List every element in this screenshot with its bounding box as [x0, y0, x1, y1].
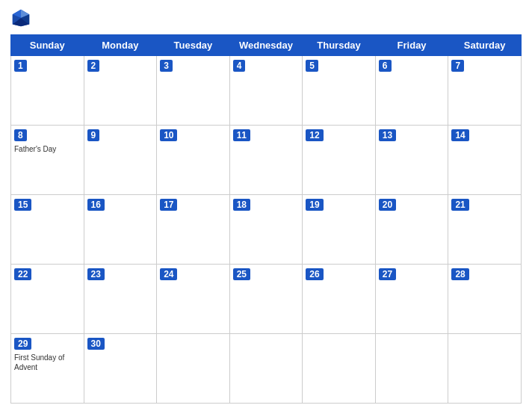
calendar-week-2: 8Father's Day91011121314	[11, 126, 522, 195]
calendar-page: SundayMondayTuesdayWednesdayThursdayFrid…	[0, 0, 532, 411]
calendar-cell: 20	[375, 195, 448, 265]
weekday-header-friday: Friday	[375, 35, 448, 56]
calendar-cell: 19	[303, 195, 376, 265]
weekday-header-thursday: Thursday	[303, 35, 376, 56]
day-number: 11	[233, 129, 250, 141]
day-number: 2	[87, 60, 100, 72]
calendar-cell: 12	[303, 126, 376, 195]
calendar-cell	[157, 334, 230, 404]
calendar-cell: 17	[157, 195, 230, 265]
calendar-cell	[229, 334, 303, 404]
day-number: 7	[451, 60, 464, 72]
calendar-cell: 2	[84, 56, 157, 126]
weekday-header-monday: Monday	[84, 35, 157, 56]
calendar-week-4: 22232425262728	[11, 265, 522, 334]
day-number: 13	[379, 129, 396, 141]
day-number: 30	[87, 338, 105, 350]
calendar-cell: 3	[157, 56, 230, 126]
logo-icon	[10, 7, 31, 28]
calendar-cell	[448, 334, 522, 404]
calendar-cell: 27	[375, 265, 448, 334]
calendar-week-1: 1234567	[11, 56, 522, 126]
calendar-cell: 26	[303, 265, 376, 334]
calendar-cell: 25	[229, 265, 303, 334]
calendar-thead: SundayMondayTuesdayWednesdayThursdayFrid…	[11, 35, 522, 56]
day-number: 22	[14, 268, 31, 280]
calendar-cell: 22	[11, 265, 84, 334]
day-number: 15	[14, 199, 31, 211]
weekday-header-sunday: Sunday	[11, 35, 84, 56]
calendar-cell: 21	[448, 195, 522, 265]
event-text: Father's Day	[14, 144, 81, 154]
calendar-cell: 11	[229, 126, 303, 195]
calendar-cell: 5	[303, 56, 376, 126]
day-number: 12	[306, 129, 323, 141]
day-number: 29	[14, 338, 31, 350]
day-number: 16	[87, 199, 105, 211]
calendar-week-5: 29First Sunday of Advent30	[11, 334, 522, 404]
weekday-header-row: SundayMondayTuesdayWednesdayThursdayFrid…	[11, 35, 522, 56]
logo	[10, 7, 34, 28]
day-number: 4	[233, 60, 246, 72]
day-number: 3	[160, 60, 173, 72]
day-number: 25	[233, 268, 250, 280]
day-number: 20	[379, 199, 396, 211]
day-number: 1	[14, 60, 27, 72]
day-number: 24	[160, 268, 177, 280]
calendar-cell: 16	[84, 195, 157, 265]
weekday-header-saturday: Saturday	[448, 35, 522, 56]
calendar-cell: 8Father's Day	[11, 126, 84, 195]
weekday-header-wednesday: Wednesday	[229, 35, 303, 56]
weekday-header-tuesday: Tuesday	[157, 35, 230, 56]
calendar-cell: 18	[229, 195, 303, 265]
calendar-tbody: 12345678Father's Day91011121314151617181…	[11, 56, 522, 404]
event-text: First Sunday of Advent	[14, 353, 81, 372]
calendar-cell: 1	[11, 56, 84, 126]
day-number: 9	[87, 129, 100, 141]
day-number: 6	[379, 60, 392, 72]
day-number: 8	[14, 129, 27, 141]
calendar-table: SundayMondayTuesdayWednesdayThursdayFrid…	[10, 34, 522, 404]
calendar-cell: 9	[84, 126, 157, 195]
day-number: 19	[306, 199, 323, 211]
calendar-cell: 7	[448, 56, 522, 126]
day-number: 10	[160, 129, 177, 141]
day-number: 27	[379, 268, 396, 280]
day-number: 5	[306, 60, 318, 72]
day-number: 14	[451, 129, 468, 141]
day-number: 26	[306, 268, 323, 280]
calendar-cell: 14	[448, 126, 522, 195]
day-number: 23	[87, 268, 105, 280]
calendar-cell: 24	[157, 265, 230, 334]
calendar-cell	[375, 334, 448, 404]
calendar-header	[10, 7, 522, 28]
calendar-cell: 28	[448, 265, 522, 334]
calendar-week-3: 15161718192021	[11, 195, 522, 265]
calendar-cell: 30	[84, 334, 157, 404]
day-number: 21	[451, 199, 468, 211]
calendar-cell: 4	[229, 56, 303, 126]
calendar-cell: 6	[375, 56, 448, 126]
day-number: 28	[451, 268, 468, 280]
calendar-cell: 10	[157, 126, 230, 195]
calendar-cell: 13	[375, 126, 448, 195]
day-number: 17	[160, 199, 177, 211]
calendar-cell: 23	[84, 265, 157, 334]
calendar-cell: 29First Sunday of Advent	[11, 334, 84, 404]
day-number: 18	[233, 199, 250, 211]
calendar-cell	[303, 334, 376, 404]
calendar-cell: 15	[11, 195, 84, 265]
